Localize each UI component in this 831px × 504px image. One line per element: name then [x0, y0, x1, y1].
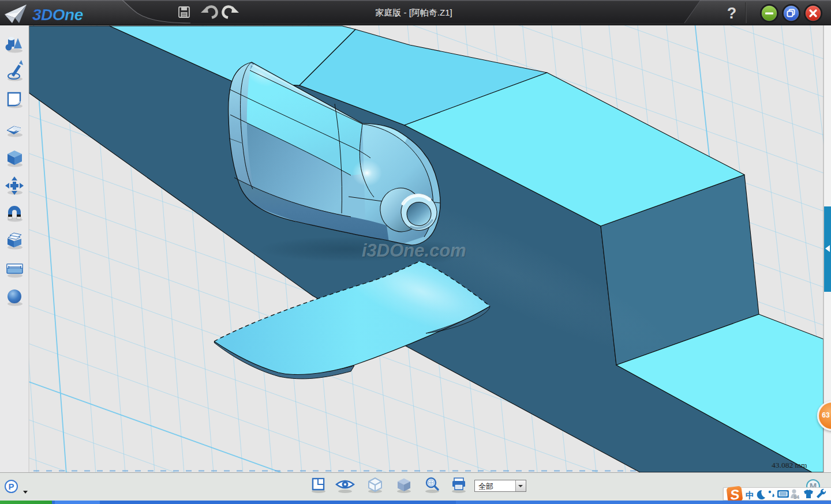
svg-text:家庭版 - [阿帕奇.Z1]: 家庭版 - [阿帕奇.Z1]	[375, 7, 452, 17]
svg-text:14: 14	[793, 494, 799, 500]
svg-text:i3DOne.com: i3DOne.com	[362, 240, 466, 261]
svg-text:3DOne: 3DOne	[32, 6, 83, 24]
svg-text:中: 中	[746, 490, 754, 500]
svg-text:?: ?	[727, 5, 737, 22]
svg-text:43.082 mm: 43.082 mm	[772, 461, 807, 469]
